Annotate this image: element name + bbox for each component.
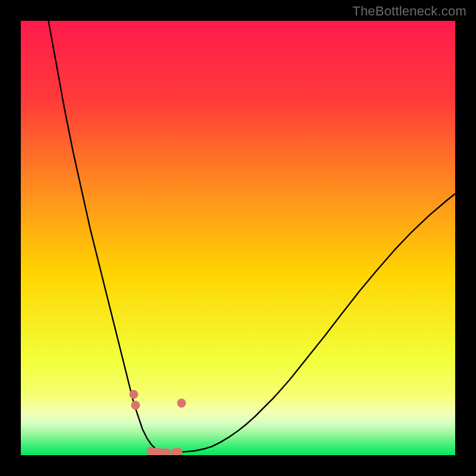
data-marker xyxy=(177,399,186,408)
chart-frame: TheBottleneck.com xyxy=(0,0,476,476)
attribution-text: TheBottleneck.com xyxy=(352,4,466,19)
plot-area xyxy=(21,21,455,455)
data-marker xyxy=(129,390,138,399)
data-marker xyxy=(131,401,140,410)
gradient-background xyxy=(21,21,455,455)
chart-svg xyxy=(21,21,455,455)
